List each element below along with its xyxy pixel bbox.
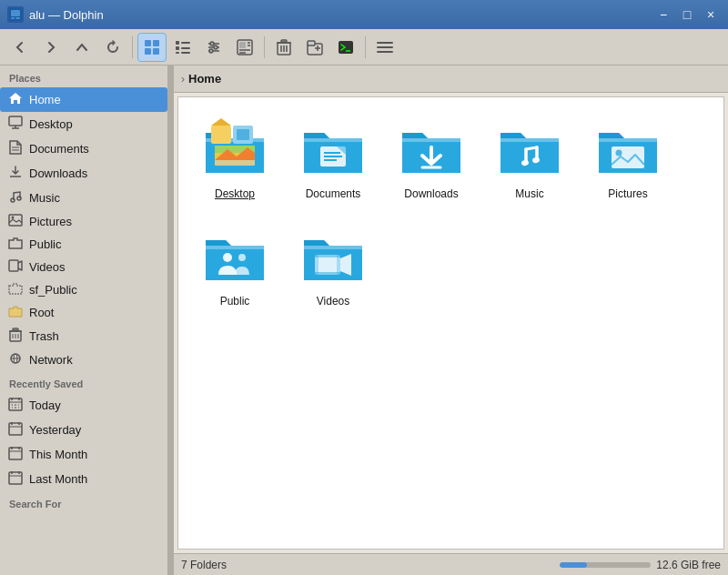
file-item-desktop[interactable]: Desktop [189,108,280,208]
svg-rect-109 [337,255,340,275]
svg-rect-71 [9,423,22,435]
sidebar-item-home[interactable]: Home [0,87,167,112]
svg-rect-11 [181,47,190,49]
back-button[interactable] [5,33,35,62]
sidebar-item-last-month-label: Last Month [29,472,160,486]
file-item-documents[interactable]: Documents [288,108,379,208]
svg-rect-107 [315,272,340,275]
status-bar: 7 Folders 12.6 GiB free [174,553,728,575]
sidebar-item-today[interactable]: Today [0,393,167,418]
separator-3 [365,36,366,58]
documents-icon [7,140,24,157]
sidebar-item-yesterday-label: Yesterday [29,423,160,437]
sidebar-item-root[interactable]: Root [0,301,167,324]
svg-marker-88 [211,118,231,126]
main-layout: Places Home Desktop [0,66,728,575]
sidebar-item-root-label: Root [29,306,160,319]
terminal-button[interactable] [331,33,360,62]
menu-button[interactable] [370,33,399,62]
downloads-folder-icon [399,116,464,182]
refresh-button[interactable] [98,33,127,62]
sidebar-item-last-month[interactable]: Last Month [0,467,167,491]
svg-rect-33 [308,41,315,45]
svg-rect-54 [13,328,18,330]
maximize-button[interactable]: □ [677,5,697,25]
svg-point-47 [11,198,15,202]
network-icon [7,352,24,368]
sidebar-item-sf-public[interactable]: sf_Public [0,278,167,301]
svg-line-98 [526,147,537,149]
svg-rect-13 [181,52,190,54]
breadcrumb-bar: › Home [174,66,728,93]
sidebar-item-desktop[interactable]: Desktop [0,112,167,136]
sidebar-item-downloads[interactable]: Downloads [0,161,167,186]
svg-rect-41 [9,116,22,126]
sidebar-item-today-label: Today [29,398,160,412]
file-item-pictures[interactable]: Pictures [582,108,673,208]
svg-rect-10 [176,46,179,50]
status-right: 12.6 GiB free [560,559,721,571]
downloads-folder-label: Downloads [404,187,458,200]
icon-view-button[interactable] [137,33,167,62]
svg-rect-5 [153,40,159,46]
pictures-folder-label: Pictures [608,187,647,200]
close-button[interactable]: × [701,5,721,25]
free-space: 12.6 GiB free [656,559,721,571]
search-section-label: Search For [0,491,167,513]
svg-rect-4 [145,40,151,46]
today-icon [7,397,24,414]
sidebar-item-sf-public-label: sf_Public [29,283,160,297]
new-tab-button[interactable] [300,33,329,62]
svg-point-17 [214,45,217,49]
toolbar [0,29,728,66]
filter-button[interactable] [199,33,228,62]
sidebar-item-music[interactable]: Music [0,186,167,210]
sidebar-item-network[interactable]: Network [0,348,167,371]
public-folder-icon [202,224,268,289]
videos-folder-label: Videos [317,295,349,308]
music-folder-label: Music [515,187,543,200]
file-item-downloads[interactable]: Downloads [386,108,477,208]
sidebar-item-documents[interactable]: Documents [0,136,167,161]
delete-button[interactable] [269,33,298,62]
svg-rect-2 [11,17,15,19]
forward-button[interactable] [36,33,66,62]
downloads-icon [7,165,24,182]
sidebar-item-videos[interactable]: Videos [0,256,167,278]
file-item-videos[interactable]: Videos [288,216,379,316]
detail-view-button[interactable] [168,33,197,62]
up-button[interactable] [67,33,96,62]
svg-rect-21 [239,42,246,48]
sidebar-item-trash[interactable]: Trash [0,324,167,348]
content-area: › Home [174,66,728,575]
svg-point-19 [209,49,213,53]
sidebar-item-pictures[interactable]: Pictures [0,210,167,233]
this-month-icon [7,446,24,463]
svg-rect-101 [612,146,644,168]
home-icon [7,91,24,108]
preview-button[interactable] [230,33,259,62]
sidebar-item-yesterday[interactable]: Yesterday [0,418,167,442]
sidebar-item-home-label: Home [29,93,160,106]
desktop-folder-label: Desktop [215,187,255,200]
disk-usage-fill [560,562,587,568]
desktop-folder-icon [202,116,268,182]
svg-rect-79 [9,472,22,484]
svg-rect-7 [153,48,159,55]
sidebar-item-public[interactable]: Public [0,233,167,256]
minimize-button[interactable]: − [653,5,673,25]
recently-saved-section-label: Recently Saved [0,371,167,393]
trash-icon [7,328,24,345]
svg-point-50 [12,217,15,219]
svg-point-15 [210,42,214,45]
sidebar-item-this-month[interactable]: This Month [0,442,167,467]
svg-rect-87 [211,126,231,144]
sidebar: Places Home Desktop [0,66,168,575]
file-item-music[interactable]: Music [484,108,575,208]
svg-rect-75 [9,448,22,459]
breadcrumb-home[interactable]: Home [188,72,221,86]
documents-folder-icon [300,116,366,182]
root-icon [7,305,24,320]
file-item-public[interactable]: Public [189,216,280,316]
music-icon [7,189,24,207]
